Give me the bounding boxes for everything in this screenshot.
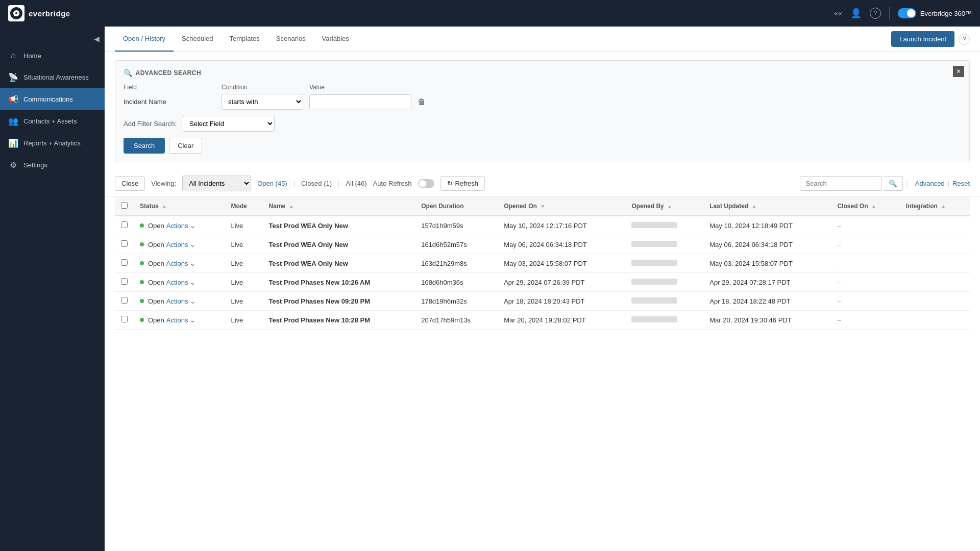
brand-toggle[interactable] (898, 8, 916, 18)
col-open-duration[interactable]: Open Duration (415, 197, 498, 216)
field-name-cell: Incident Name (124, 98, 215, 106)
advanced-search-close-button[interactable]: ✕ (953, 66, 964, 77)
row-checkbox-5[interactable] (121, 316, 128, 322)
col-integration[interactable]: Integration ▲ (900, 197, 970, 216)
sidebar-collapse-icon[interactable]: ◀ (94, 35, 100, 43)
row-checkbox-cell-1[interactable] (115, 235, 134, 254)
status-text-4: Open (148, 297, 164, 305)
sidebar: ◀ ⌂ Home 📡 Situational Awareness 📢 Commu… (0, 27, 105, 551)
row-closed-on-2: – (831, 254, 899, 273)
tab-templates[interactable]: Templates (222, 27, 268, 52)
field-col-label: Field (124, 83, 215, 91)
communications-icon: 📢 (8, 94, 18, 104)
sidebar-item-settings[interactable]: ⚙ Settings (0, 154, 105, 176)
actions-button-5[interactable]: Actions ⌄ (166, 316, 195, 324)
opened-by-blurred-2 (631, 260, 677, 266)
actions-button-1[interactable]: Actions ⌄ (166, 241, 195, 248)
delete-filter-icon[interactable]: 🗑 (418, 97, 426, 107)
row-closed-on-4: – (831, 292, 899, 311)
status-dot-0 (140, 223, 144, 228)
row-checkbox-2[interactable] (121, 259, 128, 266)
value-input-cell[interactable] (309, 94, 411, 109)
col-closed-on[interactable]: Closed On ▲ (831, 197, 899, 216)
col-mode[interactable]: Mode (225, 197, 262, 216)
add-filter-select[interactable]: Select Field Status Mode Name Open Durat… (183, 116, 275, 132)
row-closed-on-1: – (831, 235, 899, 254)
topbar-right: «« 👤 ? Everbridge 360™ (834, 7, 972, 19)
row-checkbox-cell-5[interactable] (115, 311, 134, 330)
actions-button-4[interactable]: Actions ⌄ (166, 297, 195, 305)
sort-opened-on-icon: ▼ (540, 204, 545, 209)
row-checkbox-cell-3[interactable] (115, 273, 134, 292)
open-count-link[interactable]: Open (45) (257, 180, 287, 187)
sidebar-item-situational-awareness[interactable]: 📡 Situational Awareness (0, 66, 105, 88)
incidents-table: Status ▲ Mode Name ▲ Open Duration Opene… (115, 197, 970, 330)
row-checkbox-cell-4[interactable] (115, 292, 134, 311)
sort-status-icon: ▲ (162, 204, 167, 209)
row-status-3: Open Actions ⌄ (134, 273, 225, 292)
clear-button[interactable]: Clear (169, 138, 202, 154)
refresh-button[interactable]: ↻ Refresh (440, 176, 485, 191)
close-button[interactable]: Close (115, 176, 145, 191)
search-submit-button[interactable]: 🔍 (884, 176, 903, 191)
all-count-link[interactable]: All (46) (346, 180, 366, 187)
row-checkbox-3[interactable] (121, 278, 128, 285)
col-last-updated[interactable]: Last Updated ▲ (703, 197, 831, 216)
settings-icon: ⚙ (8, 160, 18, 170)
viewing-select[interactable]: All Incidents Open Incidents Closed Inci… (182, 176, 251, 191)
col-name[interactable]: Name ▲ (263, 197, 415, 216)
row-checkbox-cell-0[interactable] (115, 216, 134, 235)
row-checkbox-0[interactable] (121, 221, 128, 228)
add-filter-row: Add Filter Search: Select Field Status M… (124, 116, 961, 132)
user-icon[interactable]: 👤 (850, 8, 862, 19)
closed-count-link[interactable]: Closed (1) (301, 180, 332, 187)
search-button[interactable]: Search (124, 138, 165, 154)
col-status[interactable]: Status ▲ (134, 197, 225, 216)
collapse-icon[interactable]: «« (834, 9, 842, 17)
row-mode-5: Live (225, 311, 262, 330)
advanced-link[interactable]: Advanced (915, 180, 945, 187)
condition-col-label: Condition (222, 83, 303, 91)
row-checkbox-4[interactable] (121, 297, 128, 304)
col-opened-by[interactable]: Opened By ▲ (625, 197, 703, 216)
row-closed-on-3: – (831, 273, 899, 292)
row-closed-on-5: – (831, 311, 899, 330)
sidebar-item-communications[interactable]: 📢 Communications (0, 88, 105, 110)
row-status-4: Open Actions ⌄ (134, 292, 225, 311)
row-checkbox-1[interactable] (121, 240, 128, 247)
sidebar-item-home[interactable]: ⌂ Home (0, 45, 105, 66)
select-all-col (115, 197, 134, 216)
sidebar-item-label: Reports + Analytics (23, 139, 81, 147)
table-row: Open Actions ⌄ Live Test Prod Phases New… (115, 273, 970, 292)
search-input[interactable] (800, 176, 881, 191)
row-name-4: Test Prod Phases New 09:20 PM (263, 292, 415, 311)
condition-select[interactable]: starts with contains equals ends with (222, 94, 303, 110)
header-right: Launch Incident ? (891, 31, 970, 47)
row-opened-by-3 (625, 273, 703, 292)
condition-select-cell[interactable]: starts with contains equals ends with (222, 94, 303, 110)
row-open-duration-3: 168d6h0m36s (415, 273, 498, 292)
tab-scenarios[interactable]: Scenarios (268, 27, 314, 52)
col-opened-on[interactable]: Opened On ▼ (498, 197, 625, 216)
row-checkbox-cell-2[interactable] (115, 254, 134, 273)
sidebar-item-contacts-assets[interactable]: 👥 Contacts + Assets (0, 110, 105, 132)
advanced-search-actions: Search Clear (124, 138, 961, 154)
tab-open-history[interactable]: Open / History (115, 27, 174, 52)
status-dot-2 (140, 261, 144, 265)
status-dot-4 (140, 299, 144, 303)
help-tab-icon[interactable]: ? (959, 34, 970, 45)
launch-incident-button[interactable]: Launch Incident (891, 31, 954, 47)
auto-refresh-toggle[interactable] (418, 179, 434, 188)
tab-variables[interactable]: Variables (314, 27, 357, 52)
help-icon[interactable]: ? (870, 8, 881, 19)
sidebar-item-reports-analytics[interactable]: 📊 Reports + Analytics (0, 132, 105, 154)
reset-link[interactable]: Reset (952, 180, 970, 187)
actions-button-0[interactable]: Actions ⌄ (166, 222, 195, 230)
actions-button-2[interactable]: Actions ⌄ (166, 260, 195, 267)
tab-scheduled[interactable]: Scheduled (174, 27, 221, 52)
select-all-checkbox[interactable] (121, 202, 128, 209)
actions-button-3[interactable]: Actions ⌄ (166, 279, 195, 286)
row-opened-on-3: Apr 29, 2024 07:26:39 PDT (498, 273, 625, 292)
row-last-updated-2: May 03, 2024 15:58:07 PDT (703, 254, 831, 273)
value-input[interactable] (309, 94, 411, 109)
